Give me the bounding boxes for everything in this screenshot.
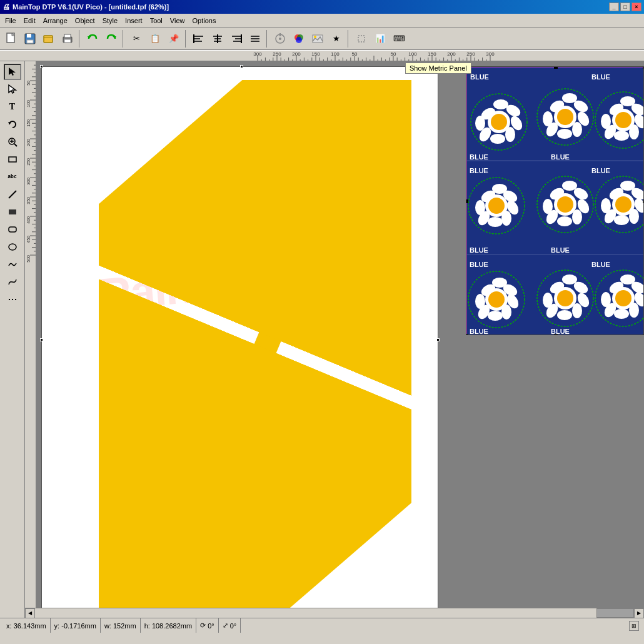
cut-button[interactable]: ✂ bbox=[128, 30, 145, 48]
menu-options[interactable]: Options bbox=[188, 16, 219, 26]
svg-point-86 bbox=[615, 112, 631, 128]
height-h: h: 108.2682mm bbox=[141, 618, 196, 633]
handle-tl[interactable] bbox=[40, 65, 43, 68]
svg-point-139 bbox=[488, 291, 505, 308]
image-button[interactable] bbox=[309, 30, 326, 48]
handle-lm[interactable] bbox=[40, 338, 43, 341]
handle-rm[interactable] bbox=[436, 338, 440, 341]
scroll-left-button[interactable]: ◀ bbox=[25, 608, 35, 618]
text-frame-tool[interactable]: abc bbox=[4, 169, 21, 185]
window-controls: _ □ × bbox=[609, 3, 641, 11]
menu-arrange[interactable]: Arrange bbox=[39, 16, 71, 26]
keyboard-button[interactable]: ⌨ bbox=[390, 30, 408, 48]
svg-rect-173 bbox=[554, 334, 558, 335]
toolbar-sep-2 bbox=[123, 30, 125, 48]
svg-point-63 bbox=[491, 114, 507, 130]
menubar: File Edit Arrange Object Style Insert To… bbox=[0, 14, 644, 28]
open-button[interactable] bbox=[40, 30, 58, 48]
toolbar-sep-5 bbox=[348, 30, 350, 48]
svg-point-162 bbox=[615, 290, 631, 306]
menu-style[interactable]: Style bbox=[99, 16, 121, 26]
h-value: 108.2682mm bbox=[152, 622, 192, 630]
svg-point-47 bbox=[9, 244, 16, 250]
filled-rect-tool[interactable] bbox=[4, 204, 21, 220]
coord-x: x: 36.143mm bbox=[3, 618, 51, 633]
line-tool[interactable] bbox=[4, 186, 21, 203]
svg-text:BLUE: BLUE bbox=[470, 328, 488, 335]
svg-text:BLUE: BLUE bbox=[591, 167, 610, 174]
zoom-tool[interactable] bbox=[4, 134, 21, 150]
svg-point-104 bbox=[562, 181, 577, 191]
handle-tm[interactable] bbox=[240, 65, 243, 68]
dotted-tool[interactable] bbox=[4, 291, 21, 308]
toolbar-sep-3 bbox=[185, 30, 188, 48]
new-button[interactable] bbox=[3, 30, 20, 48]
color-button[interactable] bbox=[290, 30, 308, 48]
svg-line-44 bbox=[9, 191, 16, 198]
svg-rect-25 bbox=[251, 41, 259, 42]
copy-button[interactable]: 📋 bbox=[146, 30, 164, 48]
page-setup-button[interactable]: ⊞ bbox=[629, 621, 639, 631]
svg-rect-172 bbox=[466, 334, 468, 335]
align-left-button[interactable] bbox=[190, 30, 208, 48]
align-center-button[interactable] bbox=[209, 30, 226, 48]
justify-button[interactable] bbox=[246, 30, 264, 48]
canvas-wrapper: Rainbow Inkjet bbox=[25, 61, 644, 618]
align-right-button[interactable] bbox=[228, 30, 245, 48]
text-tool[interactable]: T bbox=[4, 99, 21, 115]
scroll-right-button[interactable]: ▶ bbox=[634, 608, 644, 618]
menu-file[interactable]: File bbox=[1, 16, 20, 26]
toolbar-sep-1 bbox=[79, 30, 81, 48]
svg-rect-21 bbox=[233, 41, 241, 42]
crop-button[interactable] bbox=[353, 30, 370, 48]
svg-point-122 bbox=[601, 198, 611, 213]
menu-tool[interactable]: Tool bbox=[146, 16, 166, 26]
rotate-tool[interactable] bbox=[4, 116, 21, 133]
h-label: h: bbox=[144, 622, 150, 630]
horizontal-scrollbar[interactable]: ◀ ▶ bbox=[25, 608, 644, 618]
move-button[interactable] bbox=[271, 30, 289, 48]
svg-rect-170 bbox=[466, 199, 468, 203]
ellipse-tool[interactable] bbox=[4, 239, 21, 255]
svg-text:BLUE: BLUE bbox=[551, 246, 570, 254]
svg-text:BLUE: BLUE bbox=[470, 153, 488, 161]
pointer-tool[interactable] bbox=[4, 64, 21, 80]
svg-point-137 bbox=[475, 294, 485, 309]
minimize-button[interactable]: _ bbox=[609, 3, 619, 11]
save-button[interactable] bbox=[21, 30, 39, 48]
y-value: -0.1716mm bbox=[61, 622, 96, 630]
svg-point-74 bbox=[557, 109, 573, 125]
chart-button[interactable]: 📊 bbox=[371, 30, 389, 48]
scroll-thumb[interactable] bbox=[596, 608, 634, 618]
freehand-tool[interactable] bbox=[4, 256, 21, 273]
menu-edit[interactable]: Edit bbox=[20, 16, 39, 26]
vertical-ruler bbox=[25, 61, 36, 608]
print-button[interactable] bbox=[59, 30, 76, 48]
statusbar: x: 36.143mm y: -0.1716mm w: 152mm h: 108… bbox=[0, 618, 644, 633]
rectangle-tool[interactable] bbox=[4, 151, 21, 168]
menu-insert[interactable]: Insert bbox=[121, 16, 146, 26]
title-text: MainTop DTP V6.1(UV Pico) - [untitled.tp… bbox=[13, 3, 609, 11]
maximize-button[interactable]: □ bbox=[620, 3, 630, 11]
svg-rect-4 bbox=[27, 40, 33, 43]
svg-text:BLUE: BLUE bbox=[470, 261, 488, 268]
svg-point-112 bbox=[557, 196, 573, 213]
rounded-rect-tool[interactable] bbox=[4, 221, 21, 238]
undo-button[interactable] bbox=[84, 30, 101, 48]
svg-rect-35 bbox=[358, 36, 365, 42]
svg-rect-11 bbox=[194, 36, 203, 37]
rotation: ⟳ 0° bbox=[196, 618, 219, 633]
redo-button[interactable] bbox=[103, 30, 120, 48]
svg-point-108 bbox=[557, 216, 572, 226]
menu-view[interactable]: View bbox=[166, 16, 189, 26]
star-button[interactable]: ★ bbox=[328, 30, 345, 48]
drawing-canvas[interactable]: Rainbow Inkjet bbox=[36, 61, 644, 608]
close-button[interactable]: × bbox=[631, 3, 641, 11]
paste-button[interactable]: 📌 bbox=[165, 30, 183, 48]
menu-object[interactable]: Object bbox=[71, 16, 99, 26]
svg-rect-45 bbox=[9, 209, 16, 214]
bezier-tool[interactable] bbox=[4, 274, 21, 290]
node-tool[interactable] bbox=[4, 81, 21, 98]
scroll-track[interactable] bbox=[35, 608, 634, 618]
svg-point-55 bbox=[493, 99, 508, 109]
